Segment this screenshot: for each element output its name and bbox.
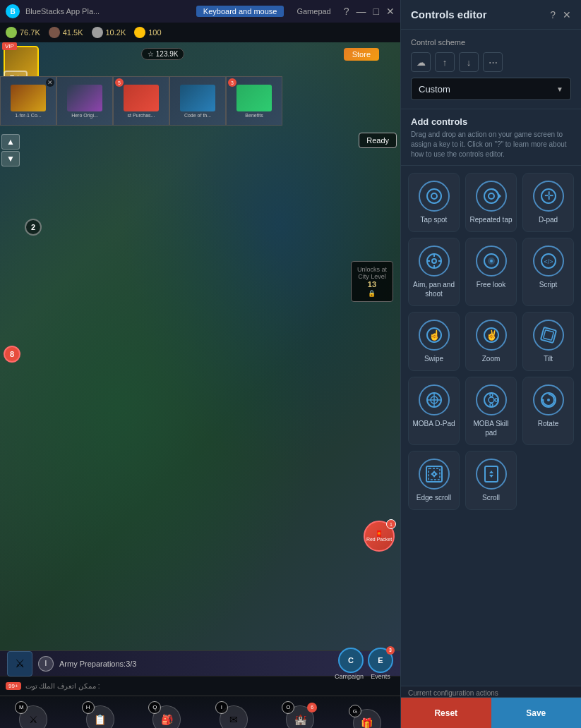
army-key-I: I [38, 656, 54, 672]
red-packet-button[interactable]: 🧧 Red Packet 1 [364, 521, 395, 552]
chevron-down-icon: ▼ [556, 85, 563, 93]
scheme-section: Control scheme ☁ ↑ ↓ ⋯ Custom ▼ [401, 30, 581, 109]
tab-gamepad[interactable]: Gamepad [289, 6, 337, 17]
rotate-label: Rotate [538, 419, 558, 428]
close-panel-icon[interactable]: ✕ [563, 9, 571, 20]
carousel-item-2[interactable]: 5 st Purchas... [113, 76, 169, 126]
arrow-down[interactable]: ▼ [1, 151, 20, 166]
scroll-icon [476, 459, 507, 490]
control-script[interactable]: </> Script [522, 238, 574, 306]
carousel: ✕ 1-for-1 Co... Hero Origi... 5 st Purch… [0, 76, 400, 126]
repeated-tap-icon [476, 181, 507, 212]
num-badge-8: 8 [4, 346, 20, 363]
control-tilt[interactable]: Tilt [522, 312, 574, 371]
control-d-pad[interactable]: ✛ D-pad [522, 173, 574, 232]
red-packet-icon: 🧧 [376, 530, 383, 537]
bottom-nav: ⚔ M Heroes 📋 H Quests 🎒 Q Items ✉ I Mail… [0, 696, 400, 728]
help-icon[interactable]: ? [344, 6, 349, 17]
carousel-item-0[interactable]: ✕ 1-for-1 Co... [0, 76, 56, 126]
arrow-nav: ▲ ▼ [1, 134, 20, 166]
chat-badge: 99+ [6, 682, 21, 690]
top-bar: B BlueStacks App Pla... Keyboard and mou… [0, 0, 400, 23]
app-title: BlueStacks App Pla... [25, 7, 191, 16]
script-label: Script [539, 280, 558, 289]
carousel-item-3[interactable]: Code of th... [169, 76, 226, 126]
save-button[interactable]: Save [491, 698, 582, 728]
nav-quests[interactable]: 📋 H Quests [86, 705, 114, 729]
svg-point-3 [489, 193, 494, 199]
bluestacks-logo: B [6, 4, 20, 18]
nav-guild[interactable]: 🏰 O 6 Guild [286, 705, 314, 729]
top-icons: ? — □ ✕ [344, 6, 395, 17]
svg-marker-44 [489, 475, 493, 478]
events-button[interactable]: E 3 [368, 648, 393, 673]
svg-marker-4 [498, 193, 501, 199]
carousel-close-0[interactable]: ✕ [46, 78, 54, 87]
control-free-look[interactable]: Free look [465, 238, 517, 306]
extra-key: G [349, 705, 361, 717]
svg-marker-40 [431, 472, 433, 476]
svg-point-34 [547, 399, 550, 401]
free-look-icon [476, 245, 507, 277]
control-aim-pan-shoot[interactable]: Aim, pan and shoot [408, 238, 460, 306]
arrow-up[interactable]: ▲ [1, 134, 20, 150]
control-rotate[interactable]: Rotate [522, 377, 574, 445]
chat-text: ممكن اتعرف الملك توت : [25, 682, 100, 690]
control-repeated-tap[interactable]: Repeated tap [465, 173, 517, 232]
carousel-item-1[interactable]: Hero Origi... [56, 76, 113, 126]
bottom-actions: Reset Save [401, 697, 581, 728]
quests-key: H [82, 701, 95, 714]
tab-keyboard[interactable]: Keyboard and mouse [196, 6, 284, 17]
stone-icon [92, 27, 103, 38]
svg-rect-42 [485, 466, 498, 482]
carousel-badge-4: 3 [228, 78, 236, 87]
ready-button[interactable]: Ready [359, 133, 397, 148]
scheme-import-icon[interactable]: ↓ [459, 52, 479, 72]
svg-point-32 [490, 404, 493, 406]
svg-point-30 [490, 394, 493, 396]
nav-heroes[interactable]: ⚔ M Heroes [19, 705, 47, 729]
close-icon[interactable]: ✕ [386, 6, 395, 17]
control-swipe[interactable]: ☝ Swipe [408, 312, 460, 371]
scheme-value: Custom [419, 84, 450, 95]
nav-items[interactable]: 🎒 Q Items [152, 705, 181, 729]
scheme-export-icon[interactable]: ↑ [435, 52, 455, 72]
game-viewport[interactable]: VIP VIP 2 Tab 2 ▲ ▼ ☆ 123.9K Store ✕ [0, 42, 400, 650]
unlock-popup: Unlocks at City Level 13 🔒 [351, 261, 393, 302]
resource-stone: 10.2K [92, 27, 126, 38]
zoom-label: Zoom [482, 354, 501, 363]
nav-mail[interactable]: ✉ I Mail [220, 705, 248, 729]
nav-extra[interactable]: 🎁 G [353, 709, 381, 728]
panel-header-icons: ? ✕ [550, 9, 571, 20]
campaign-button[interactable]: C [338, 648, 364, 673]
scheme-sync-icon[interactable]: ☁ [411, 52, 431, 72]
svg-point-31 [495, 399, 498, 401]
control-moba-skill-pad[interactable]: MOBA Skill pad [465, 377, 517, 445]
carousel-item-4[interactable]: 3 Benefits [226, 76, 282, 126]
control-tap-spot[interactable]: Tap spot [408, 173, 460, 232]
control-zoom[interactable]: ✌ Zoom [465, 312, 517, 371]
guild-badge: 6 [307, 703, 317, 712]
reset-button[interactable]: Reset [401, 698, 491, 728]
minimize-icon[interactable]: — [357, 6, 366, 17]
svg-marker-41 [435, 472, 438, 476]
d-pad-icon: ✛ [533, 181, 564, 212]
moba-d-pad-label: MOBA D-Pad [412, 419, 455, 428]
heroes-key: M [15, 701, 28, 714]
tilt-label: Tilt [544, 354, 553, 363]
resource-gold: 100 [134, 27, 161, 38]
tilt-icon [533, 320, 564, 351]
scheme-more-icon[interactable]: ⋯ [483, 52, 503, 72]
store-button[interactable]: Store [344, 48, 379, 61]
swipe-label: Swipe [424, 354, 443, 363]
maximize-icon[interactable]: □ [373, 6, 379, 17]
scheme-select[interactable]: Custom ▼ [411, 78, 571, 100]
control-edge-scroll[interactable]: Edge scroll [408, 451, 460, 510]
panel-header: Controls editor ? ✕ [401, 0, 581, 30]
d-pad-label: D-pad [539, 215, 558, 224]
help-icon[interactable]: ? [550, 9, 556, 20]
panel-title: Controls editor [411, 8, 487, 20]
control-moba-d-pad[interactable]: MOBA D-Pad [408, 377, 460, 445]
scroll-label: Scroll [482, 493, 500, 502]
control-scroll[interactable]: Scroll [465, 451, 517, 510]
